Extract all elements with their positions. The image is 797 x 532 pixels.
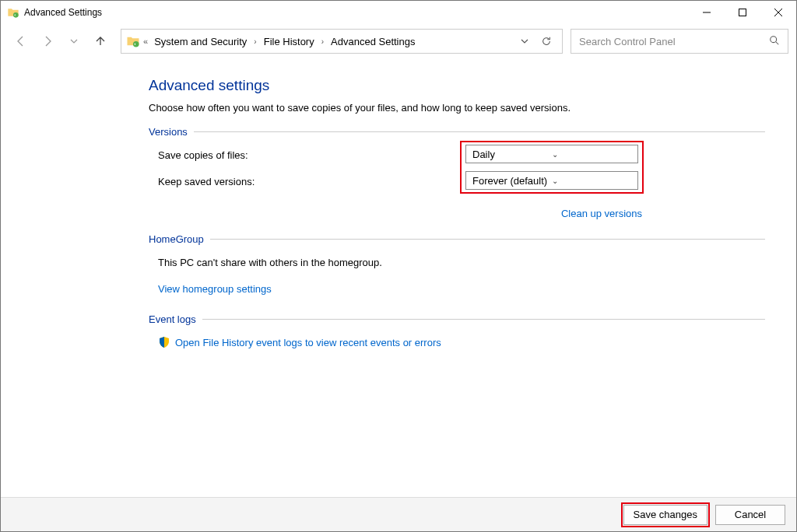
cleanup-versions-link[interactable]: Clean up versions bbox=[561, 208, 642, 219]
close-button[interactable] bbox=[760, 1, 796, 24]
up-button[interactable] bbox=[88, 29, 113, 54]
folder-icon bbox=[126, 34, 140, 48]
address-bar[interactable]: « System and Security › File History › A… bbox=[121, 29, 563, 54]
chevron-down-icon: ⌄ bbox=[552, 150, 631, 159]
versions-heading: Versions bbox=[149, 126, 194, 138]
breadcrumb-item[interactable]: File History bbox=[262, 36, 316, 47]
divider bbox=[202, 319, 765, 320]
save-copies-value: Daily bbox=[472, 149, 552, 160]
homegroup-settings-link[interactable]: View homegroup settings bbox=[158, 283, 272, 295]
divider bbox=[210, 239, 765, 240]
recent-dropdown[interactable] bbox=[61, 29, 86, 54]
save-changes-button[interactable]: Save changes bbox=[623, 505, 707, 525]
search-icon bbox=[769, 35, 780, 48]
breadcrumb-item[interactable]: Advanced Settings bbox=[329, 36, 416, 47]
window-title: Advanced Settings bbox=[24, 7, 102, 18]
chevron-left-icon: « bbox=[143, 37, 148, 46]
shield-icon bbox=[158, 336, 170, 348]
versions-group: Versions Save copies of files: Keep save… bbox=[149, 126, 765, 219]
chevron-right-icon: › bbox=[316, 37, 329, 46]
content-area: Advanced settings Choose how often you w… bbox=[1, 58, 796, 497]
search-input[interactable]: Search Control Panel bbox=[571, 29, 788, 54]
title-bar: Advanced Settings bbox=[1, 1, 796, 24]
eventlogs-group: Event logs Open File History event logs … bbox=[149, 313, 765, 353]
save-copies-dropdown[interactable]: Daily ⌄ bbox=[465, 145, 638, 163]
svg-point-2 bbox=[133, 41, 139, 47]
svg-point-0 bbox=[13, 12, 19, 18]
open-event-logs-link[interactable]: Open File History event logs to view rec… bbox=[175, 337, 441, 348]
footer-bar: Save changes Cancel bbox=[1, 497, 796, 531]
page-description: Choose how often you want to save copies… bbox=[149, 102, 765, 114]
nav-toolbar: « System and Security › File History › A… bbox=[1, 24, 796, 58]
homegroup-heading: HomeGroup bbox=[149, 233, 210, 245]
keep-versions-value: Forever (default) bbox=[472, 175, 552, 187]
keep-versions-dropdown[interactable]: Forever (default) ⌄ bbox=[465, 171, 638, 190]
svg-point-3 bbox=[771, 36, 777, 42]
homegroup-group: HomeGroup This PC can't share with other… bbox=[149, 233, 765, 299]
cancel-button[interactable]: Cancel bbox=[715, 505, 785, 525]
address-dropdown-icon[interactable] bbox=[514, 37, 535, 46]
refresh-icon[interactable] bbox=[535, 36, 557, 47]
app-icon bbox=[7, 6, 19, 19]
eventlogs-heading: Event logs bbox=[149, 313, 202, 325]
chevron-down-icon: ⌄ bbox=[552, 177, 631, 185]
homegroup-text: This PC can't share with others in the h… bbox=[158, 257, 382, 268]
search-placeholder: Search Control Panel bbox=[579, 36, 769, 47]
breadcrumb-item[interactable]: System and Security bbox=[153, 36, 248, 47]
maximize-button[interactable] bbox=[725, 1, 760, 24]
svg-rect-1 bbox=[739, 9, 746, 16]
page-title: Advanced settings bbox=[149, 77, 765, 94]
minimize-button[interactable] bbox=[689, 1, 725, 24]
chevron-right-icon: › bbox=[248, 37, 262, 46]
back-button[interactable] bbox=[9, 29, 33, 54]
divider bbox=[194, 131, 765, 132]
forward-button[interactable] bbox=[35, 29, 60, 54]
